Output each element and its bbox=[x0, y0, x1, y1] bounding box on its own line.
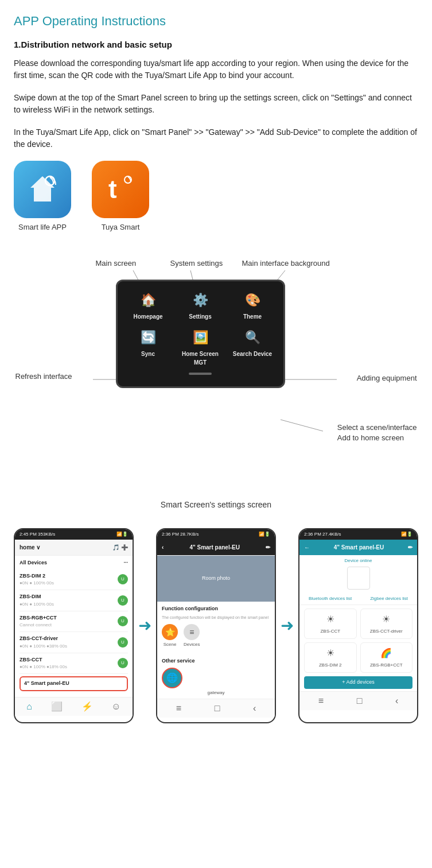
device-online-label: Device online bbox=[299, 555, 417, 567]
smart-life-icon bbox=[14, 161, 71, 218]
smart-life-app-block: Smart life APP bbox=[14, 161, 71, 233]
screenshots-section: 2:45 PM 353KB/s 📶🔋 home ∨ 🎵 ➕ All Device… bbox=[14, 528, 418, 723]
screen-item-homescreen: 🖼️ Home Screen MGT bbox=[176, 327, 225, 367]
phone-screen-2: 2:36 PM 28.7KB/s 📶🔋 ‹ 4" Smart panel-EU … bbox=[156, 528, 276, 723]
list-item: ZBS-DIM ●0N ● 100% 00s U bbox=[20, 590, 128, 611]
phone2-header: ‹ 4" Smart panel-EU ✏ bbox=[157, 540, 275, 556]
tuya-icon: t bbox=[92, 161, 149, 218]
phone3-bottom-nav: ≡ □ ‹ bbox=[299, 691, 417, 710]
add-devices-button[interactable]: + Add devices bbox=[304, 676, 412, 689]
screen-item-settings: ⚙️ Settings bbox=[176, 289, 225, 321]
page-title: APP Operating Instructions bbox=[14, 11, 418, 30]
phone1-header: home ∨ 🎵 ➕ bbox=[15, 540, 133, 556]
nav-back[interactable]: ‹ bbox=[253, 702, 256, 715]
nav-back-3[interactable]: ‹ bbox=[395, 694, 398, 708]
smart-life-label: Smart life APP bbox=[18, 222, 67, 233]
device-grid: ☀ ZBS-CCT ☀ ZBS-CCT-driver ☀ ZBS-DIM 2 🌈… bbox=[299, 605, 417, 676]
section-heading: 1.Distribution network and basic setup bbox=[14, 38, 418, 52]
grid-item: ☀ ZBS-CCT bbox=[304, 609, 357, 639]
intro-para-1: Please download the corresponding tuya/s… bbox=[14, 57, 418, 82]
label-main-screen: Main screen bbox=[96, 258, 137, 269]
nav-menu-3[interactable]: ≡ bbox=[318, 694, 324, 708]
list-item: ZBS-CCT ●0N ● 100% ●18% 00s U bbox=[20, 653, 128, 675]
highlighted-device: 4" Smart panel-EU bbox=[20, 676, 128, 691]
app-icons-row: Smart life APP t Tuya Smart bbox=[14, 161, 418, 233]
nav-home-btn[interactable]: □ bbox=[215, 702, 220, 715]
screen-item-homepage: 🏠 Homepage bbox=[123, 289, 173, 321]
label-select-scene: Select a scene/interface Add to home scr… bbox=[337, 423, 417, 443]
list-item: ZBS-DIM 2 ●0N ● 100% 00s U bbox=[20, 569, 128, 591]
screen-item-sync: 🔄 Sync bbox=[123, 327, 173, 367]
nav-menu[interactable]: ≡ bbox=[176, 702, 181, 715]
phone2-room-image: Room photo bbox=[157, 556, 275, 602]
device-tabs: Bluetooth devices list Zigbee devices li… bbox=[299, 593, 417, 605]
phone1-status-bar: 2:45 PM 353KB/s 📶🔋 bbox=[15, 529, 133, 540]
label-adding: Adding equipment bbox=[357, 373, 417, 384]
phone3-status-bar: 2:36 PM 27.4KB/s 📶🔋 bbox=[299, 529, 417, 540]
phone-screen-3: 2:36 PM 27.4KB/s 📶🔋 ← 4" Smart panel-EU … bbox=[298, 528, 418, 723]
phone3-header: ← 4" Smart panel-EU ✏ bbox=[299, 540, 417, 555]
screen-item-theme: 🎨 Theme bbox=[228, 289, 278, 321]
label-system-settings: System settings bbox=[170, 258, 223, 269]
diagram-caption: Smart Screen's settings screen bbox=[14, 499, 418, 511]
intro-para-2: Swipe down at the top of the Smart Panel… bbox=[14, 92, 418, 116]
home-indicator bbox=[189, 373, 212, 375]
phone2-other-service: Other service 🌐 gateway bbox=[157, 655, 275, 699]
intro-para-3: In the Tuya/Smart Life App, click on "Sm… bbox=[14, 126, 418, 150]
diagram-section: Main screen System settings Main interfa… bbox=[14, 253, 418, 511]
nav-home[interactable]: ⌂ bbox=[26, 700, 32, 714]
nav-smart[interactable]: ⚡ bbox=[81, 700, 93, 714]
phone-screen-1: 2:45 PM 353KB/s 📶🔋 home ∨ 🎵 ➕ All Device… bbox=[14, 528, 134, 723]
nav-me[interactable]: ☺ bbox=[111, 700, 120, 714]
grid-item: ☀ ZBS-DIM 2 bbox=[304, 642, 357, 673]
list-item: ZBS-CCT-driver ●0N ● 100% ●38% 00s U bbox=[20, 632, 128, 653]
arrow-1: ➜ bbox=[138, 614, 151, 638]
phone2-status-bar: 2:36 PM 28.7KB/s 📶🔋 bbox=[157, 529, 275, 540]
phone2-bottom-nav: ≡ □ ‹ bbox=[157, 699, 275, 718]
label-main-interface: Main interface background bbox=[242, 258, 330, 269]
grid-item: 🌈 ZBS-RGB+CCT bbox=[360, 642, 413, 673]
phone1-body: All Devices ··· ZBS-DIM 2 ●0N ● 100% 00s… bbox=[15, 556, 133, 697]
phone1-bottom-nav: ⌂ ⬜ ⚡ ☺ bbox=[15, 697, 133, 716]
tuya-label: Tuya Smart bbox=[102, 222, 140, 233]
function-icons: ⭐ Scene ≡ Devices bbox=[162, 624, 270, 648]
arrow-2: ➜ bbox=[281, 614, 294, 638]
nav-home-3[interactable]: □ bbox=[357, 694, 363, 708]
device-white-square bbox=[347, 567, 370, 590]
phone2-function: Function configuration The configured fu… bbox=[157, 602, 275, 655]
gateway-icon: 🌐 bbox=[162, 668, 182, 688]
list-item: ZBS-RGB+CCT Cannot connect U bbox=[20, 611, 128, 633]
screen-item-search: 🔍 Search Device bbox=[228, 327, 278, 367]
svg-line-9 bbox=[281, 420, 323, 431]
nav-scene[interactable]: ⬜ bbox=[51, 700, 63, 714]
label-refresh: Refresh interface bbox=[15, 371, 72, 382]
grid-item: ☀ ZBS-CCT-driver bbox=[360, 609, 413, 639]
svg-marker-0 bbox=[30, 176, 55, 202]
svg-text:t: t bbox=[108, 175, 117, 203]
tuya-app-block: t Tuya Smart bbox=[92, 161, 149, 233]
